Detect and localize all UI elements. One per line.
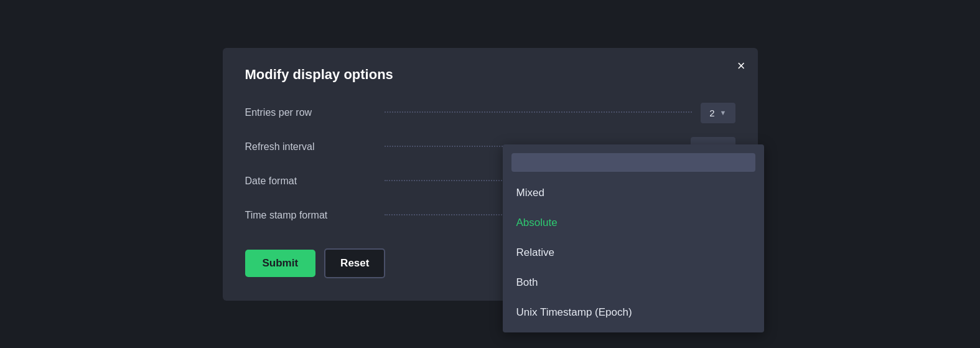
submit-button[interactable]: Submit bbox=[245, 250, 316, 277]
reset-button[interactable]: Reset bbox=[324, 248, 385, 278]
timestamp-dropdown: Mixed Absolute Relative Both Unix Timest… bbox=[503, 144, 764, 332]
dropdown-item-relative[interactable]: Relative bbox=[503, 238, 764, 268]
date-format-label: Date format bbox=[245, 176, 376, 187]
entries-per-row-label: Entries per row bbox=[245, 107, 376, 118]
dropdown-item-both[interactable]: Both bbox=[503, 268, 764, 298]
dotted-separator bbox=[385, 111, 693, 113]
timestamp-format-label: Time stamp format bbox=[245, 210, 376, 221]
entries-per-row-row: Entries per row 2 ▼ bbox=[245, 103, 735, 123]
dropdown-item-mixed[interactable]: Mixed bbox=[503, 178, 764, 208]
dropdown-item-absolute[interactable]: Absolute bbox=[503, 208, 764, 238]
refresh-interval-label: Refresh interval bbox=[245, 141, 376, 153]
dropdown-arrow-icon: ▼ bbox=[720, 109, 727, 116]
close-button[interactable]: × bbox=[737, 59, 745, 73]
dropdown-search-input[interactable] bbox=[511, 153, 755, 172]
entries-per-row-value: 2 bbox=[709, 108, 714, 118]
dropdown-item-unix[interactable]: Unix Timestamp (Epoch) bbox=[503, 298, 764, 327]
entries-per-row-select[interactable]: 2 ▼ bbox=[701, 103, 735, 123]
modal: Modify display options × Entries per row… bbox=[223, 48, 758, 301]
modal-title: Modify display options bbox=[245, 67, 735, 83]
